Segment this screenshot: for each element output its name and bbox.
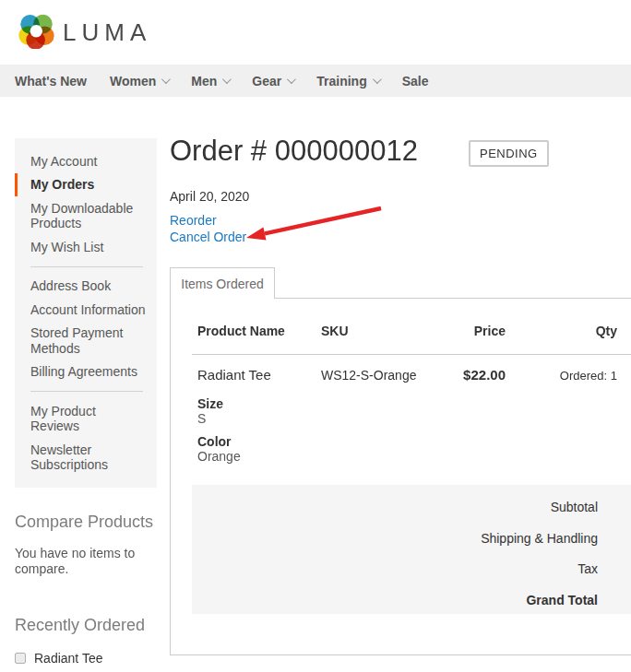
nav-label: Women	[110, 74, 156, 88]
chevron-down-icon	[161, 75, 171, 84]
items-ordered-panel: Product Name SKU Price Qty Radiant Tee W…	[170, 298, 631, 655]
nav-item-sale[interactable]: Sale	[402, 74, 429, 88]
product-name-cell: Radiant Tee	[197, 367, 321, 383]
nav-item-men[interactable]: Men	[191, 74, 229, 88]
option-label: Size	[197, 397, 223, 411]
chevron-down-icon	[287, 75, 296, 84]
qty-cell: Ordered: 1	[506, 369, 617, 383]
table-header-rule	[192, 354, 631, 355]
sidebar-item-stored-payment-methods[interactable]: Stored Payment Methods	[15, 322, 157, 360]
sidebar-divider	[30, 266, 143, 267]
recently-ordered-block: Recently Ordered Radiant Tee	[15, 616, 159, 666]
logo-wordmark: LUMA	[63, 18, 151, 47]
col-header-price: Price	[450, 324, 506, 338]
order-date: April 20, 2020	[170, 189, 249, 204]
compare-empty-text: You have no items to compare.	[15, 546, 146, 577]
order-status-badge: PENDING	[469, 140, 549, 167]
total-row-shipping: Shipping & Handling	[192, 529, 598, 560]
item-option-color: Color Orange	[197, 435, 241, 465]
main-nav: What's New Women Men Gear Training Sale	[0, 65, 631, 97]
col-header-qty: Qty	[506, 324, 617, 338]
recent-item-checkbox[interactable]	[15, 653, 26, 664]
annotation-arrow-icon	[234, 194, 396, 247]
nav-label: What's New	[15, 74, 87, 88]
total-row-grand-total: Grand Total	[192, 591, 598, 622]
price-cell: $22.00	[450, 367, 506, 383]
option-label: Color	[197, 435, 241, 449]
option-value: S	[197, 411, 223, 427]
sidebar-divider	[30, 391, 143, 392]
compare-products-title: Compare Products	[15, 513, 159, 532]
reorder-link[interactable]: Reorder	[170, 213, 246, 230]
chevron-down-icon	[222, 75, 232, 84]
page-header: LUMA	[0, 0, 631, 65]
recently-ordered-item: Radiant Tee	[15, 651, 159, 666]
nav-item-gear[interactable]: Gear	[252, 74, 293, 88]
nav-item-whats-new[interactable]: What's New	[15, 74, 87, 88]
order-view-main: Order # 000000012 PENDING April 20, 2020…	[170, 129, 631, 672]
nav-item-women[interactable]: Women	[110, 74, 168, 88]
item-option-size: Size S	[197, 397, 223, 427]
nav-item-training[interactable]: Training	[316, 74, 378, 88]
order-totals: Subtotal Shipping & Handling Tax Grand T…	[192, 485, 631, 614]
nav-label: Men	[191, 74, 217, 88]
sidebar-item-my-wish-list[interactable]: My Wish List	[15, 235, 157, 259]
compare-products-block: Compare Products You have no items to co…	[15, 513, 159, 577]
total-row-tax: Tax	[192, 560, 598, 591]
sidebar-item-newsletter-subscriptions[interactable]: Newsletter Subscriptions	[15, 438, 157, 477]
sidebar-item-my-downloadable-products[interactable]: My Downloadable Products	[15, 196, 157, 235]
chevron-down-icon	[373, 75, 382, 84]
nav-label: Sale	[402, 74, 429, 88]
option-value: Orange	[197, 449, 241, 465]
recently-ordered-title: Recently Ordered	[15, 616, 159, 635]
col-header-sku: SKU	[321, 324, 450, 338]
sidebar-item-my-product-reviews[interactable]: My Product Reviews	[15, 399, 157, 438]
sidebar-item-my-orders[interactable]: My Orders	[15, 173, 157, 197]
nav-label: Training	[316, 74, 366, 88]
luma-logo-icon	[18, 13, 54, 53]
sidebar-item-billing-agreements[interactable]: Billing Agreements	[15, 360, 157, 384]
page: LUMA What's New Women Men Gear Training …	[0, 0, 631, 672]
page-title: Order # 000000012	[170, 135, 418, 168]
order-actions: Reorder Cancel Order	[170, 213, 246, 245]
items-table-header: Product Name SKU Price Qty	[171, 324, 631, 338]
col-header-product-name: Product Name	[197, 324, 321, 338]
sidebar-item-my-account[interactable]: My Account	[15, 149, 157, 173]
sidebar-item-address-book[interactable]: Address Book	[15, 275, 157, 299]
luma-logo[interactable]: LUMA	[18, 13, 151, 53]
table-row: Radiant Tee WS12-S-Orange $22.00 Ordered…	[171, 367, 631, 383]
account-sidebar-nav: My Account My Orders My Downloadable Pro…	[15, 138, 157, 488]
recent-item-label[interactable]: Radiant Tee	[34, 651, 102, 666]
cancel-order-link[interactable]: Cancel Order	[170, 230, 246, 246]
total-row-subtotal: Subtotal	[192, 498, 598, 529]
nav-label: Gear	[252, 74, 281, 88]
sku-cell: WS12-S-Orange	[321, 368, 450, 383]
sidebar-item-account-information[interactable]: Account Information	[15, 298, 157, 322]
tab-items-ordered[interactable]: Items Ordered	[170, 267, 275, 299]
